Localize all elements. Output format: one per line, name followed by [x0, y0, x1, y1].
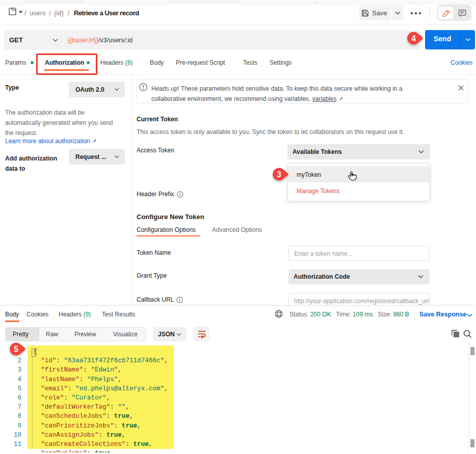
svg-text:3: 3	[277, 170, 281, 179]
svg-text:4: 4	[411, 34, 416, 43]
svg-text:5: 5	[14, 345, 18, 354]
